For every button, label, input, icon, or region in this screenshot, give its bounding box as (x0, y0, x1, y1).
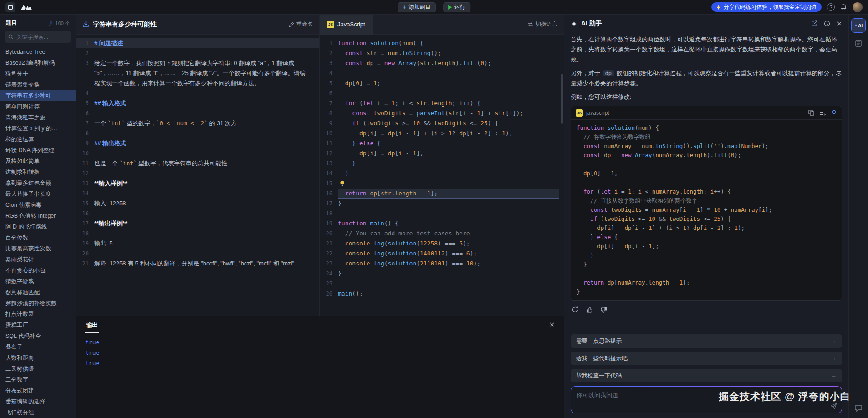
ai-assistant-toggle-icon[interactable]: ✦ AI (851, 18, 866, 33)
hint-bulb-icon[interactable] (831, 110, 837, 116)
markdown-line[interactable]: 1# 问题描述 (76, 38, 319, 48)
code-line[interactable]: 2 const str = num.toString(); (320, 48, 564, 58)
sidebar-item[interactable]: 链表聚集交换 (0, 79, 76, 90)
markdown-line[interactable]: 3给定一个数字，我们按照如下规则把它翻译为字符串: 0 翻译成 "a"，1 翻译… (76, 58, 319, 88)
copy-icon[interactable] (808, 110, 814, 116)
markdown-line[interactable]: 2 (76, 48, 319, 58)
sidebar-item[interactable]: 二叉树供暖 (0, 363, 76, 374)
rename-button[interactable]: 重命名 (289, 20, 313, 28)
code-line[interactable]: 26main(); (320, 289, 564, 299)
sidebar-item[interactable]: 打点计数器 (0, 309, 76, 320)
ai-conversation[interactable]: 首先，在计算两个数字组成的两位数时，可以避免每次都进行字符串转换和数字解析操作。… (564, 33, 848, 334)
sidebar-item[interactable]: 比赛最高获胜次数 (0, 243, 76, 254)
code-line[interactable]: 20 // You can add more test cases here (320, 229, 564, 239)
markdown-line[interactable]: 11也是一个 `int` 型数字，代表字符串的总共可能性 (76, 158, 319, 168)
code-line[interactable]: 6 (320, 88, 564, 98)
promo-banner-button[interactable]: 分享代码练习体验，领取掘金定制周边 (711, 2, 822, 12)
markdown-line[interactable]: 16 (76, 209, 319, 219)
code-line[interactable]: 17} (320, 199, 564, 209)
scrollbar-thumb[interactable] (561, 74, 563, 124)
markdown-line[interactable]: 7一个 `int` 型的数字，`0 <= num <= 2` 的 31 次方 (76, 118, 319, 128)
code-line[interactable]: 15 (320, 178, 564, 189)
user-avatar[interactable] (853, 2, 863, 12)
sidebar-item[interactable]: 猜数字游戏 (0, 276, 76, 287)
markdown-line[interactable]: 10 (76, 148, 319, 158)
suggestion-button[interactable]: 给我一些代码提示吧→ (571, 352, 842, 365)
sidebar-item[interactable]: Cion 勒索病毒 (0, 199, 76, 210)
sidebar-item[interactable]: 计算位置 x 到 y 的… (0, 123, 76, 134)
markdown-line[interactable]: 17**输出样例** (76, 219, 319, 229)
markdown-line[interactable]: 14 (76, 189, 319, 199)
code-line[interactable]: 5 dp[0] = 1; (320, 78, 564, 88)
code-line[interactable]: 19function main() { (320, 219, 564, 229)
sidebar-item[interactable]: 进制求和转换 (0, 167, 76, 178)
sidebar-item[interactable]: 简单四则计算 (0, 101, 76, 112)
code-line[interactable]: 16 return dp[str.length - 1]; (320, 189, 564, 199)
code-line[interactable]: 24} (320, 269, 564, 279)
sidebar-item[interactable]: 及格如此简单 (0, 156, 76, 167)
sidebar-item[interactable]: 创意标题匹配 (0, 287, 76, 298)
markdown-line[interactable]: 21解释: 12258 有 5 种不同的翻译，分别是 "bccfi", "bwf… (76, 259, 319, 269)
markdown-line[interactable]: 4 (76, 88, 319, 98)
code-line[interactable]: 23 console.log(solution(2110101) === 10)… (320, 259, 564, 269)
close-output-icon[interactable] (549, 322, 555, 327)
sidebar-item[interactable]: 叠盘子 (0, 342, 76, 352)
markdown-editor[interactable]: 1# 问题描述2 3给定一个数字，我们按照如下规则把它翻译为字符串: 0 翻译成… (76, 35, 319, 316)
code-line[interactable]: 9 if (twoDigits >= 10 && twoDigits <= 25… (320, 118, 564, 128)
markdown-line[interactable]: 8 (76, 128, 319, 138)
sidebar-item[interactable]: 拿到最多红包金额 (0, 178, 76, 189)
code-line[interactable]: 8 const twoDigits = parseInt(str[i - 1] … (320, 108, 564, 118)
sidebar-item[interactable]: 穿越沙漠的补给次数 (0, 298, 76, 309)
markdown-line[interactable]: 20 (76, 249, 319, 259)
search-input[interactable] (16, 34, 67, 40)
code-line[interactable]: 14 } (320, 168, 564, 178)
sidebar-item[interactable]: 青海湖租车之旅 (0, 112, 76, 123)
code-line[interactable]: 18 (320, 209, 564, 219)
switch-language-button[interactable]: 切换语言 (527, 20, 557, 28)
sidebar-item[interactable]: 猫鱼分干 (0, 68, 76, 79)
sidebar-item[interactable]: 二分数字 (0, 374, 76, 385)
sidebar-item[interactable]: 百分位数 (0, 232, 76, 243)
markdown-line[interactable]: 5## 输入格式 (76, 98, 319, 108)
thumbs-up-icon[interactable] (586, 306, 593, 313)
sidebar-item[interactable]: SQL 代码补全 (0, 331, 76, 342)
sidebar-item[interactable]: 阿 D 的飞行路线 (0, 221, 76, 232)
code-line[interactable]: 25 (320, 279, 564, 289)
run-button[interactable]: 运行 (443, 2, 470, 12)
help-icon[interactable]: ? (827, 3, 835, 11)
code-line[interactable]: 12 dp[i] = dp[i - 1]; (320, 148, 564, 158)
sidebar-item[interactable]: 暴雨梨花针 (0, 254, 76, 265)
markdown-line[interactable]: 15输入: 12258 (76, 199, 319, 209)
send-icon[interactable] (830, 403, 837, 409)
code-line[interactable]: 11 } else { (320, 138, 564, 148)
sidebar-item[interactable]: 字符串有多少种可… (0, 90, 76, 101)
code-line[interactable]: 4 (320, 68, 564, 78)
markdown-line[interactable]: 18 (76, 229, 319, 239)
code-line[interactable]: 3 const dp = new Array(str.length).fill(… (320, 58, 564, 68)
markdown-line[interactable]: 9## 输出格式 (76, 138, 319, 148)
sidebar-item[interactable]: RGB 色值转 Integer (0, 210, 76, 221)
suggestion-button[interactable]: 需要一点思路提示→ (571, 334, 842, 348)
app-logo-icon[interactable] (5, 2, 15, 12)
add-problem-button[interactable]: + 添加题目 (398, 2, 436, 12)
mountain-logo-icon[interactable] (20, 4, 34, 11)
markdown-line[interactable]: 13**输入样例** (76, 178, 319, 189)
notes-panel-icon[interactable] (854, 39, 863, 47)
thumbs-down-icon[interactable] (600, 306, 607, 313)
lightbulb-icon[interactable] (340, 180, 345, 187)
close-ai-icon[interactable] (837, 21, 842, 26)
code-line[interactable]: 7 for (let i = 1; i < str.length; i++) { (320, 98, 564, 108)
output-tab[interactable]: 输出 (85, 316, 99, 333)
history-icon[interactable] (824, 20, 830, 27)
code-line[interactable]: 13 } (320, 158, 564, 168)
insert-code-icon[interactable] (820, 110, 826, 116)
sidebar-item[interactable]: 分布式团建 (0, 385, 76, 396)
ai-chat-input[interactable] (571, 387, 842, 413)
code-line[interactable]: 22 console.log(solution(1400112) === 6); (320, 249, 564, 259)
markdown-line[interactable]: 6 (76, 108, 319, 118)
sidebar-item[interactable]: 不再贪心的小包 (0, 265, 76, 276)
code-editor[interactable]: 1function solution(num) {2 const str = n… (320, 35, 564, 316)
share-icon[interactable] (811, 20, 817, 27)
sidebar-item[interactable]: 番茄编辑的选择 (0, 396, 76, 407)
markdown-line[interactable]: 12 (76, 168, 319, 178)
